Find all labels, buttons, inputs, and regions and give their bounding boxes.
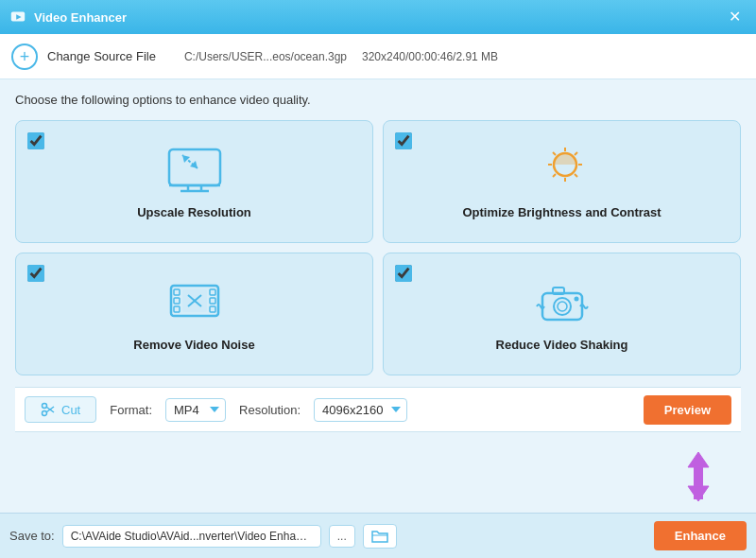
main-content: Choose the following options to enhance … xyxy=(0,79,756,445)
shaking-label: Reduce Video Shaking xyxy=(496,338,628,352)
shaking-icon xyxy=(529,274,595,326)
folder-icon xyxy=(371,529,388,544)
source-bar: + Change Source File C:/Users/USER...eos… xyxy=(0,34,756,79)
app-title: Video Enhancer xyxy=(34,10,127,25)
scissors-icon xyxy=(41,402,56,417)
svg-rect-39 xyxy=(694,467,703,484)
svg-marker-9 xyxy=(190,161,198,168)
cut-label: Cut xyxy=(61,403,80,417)
svg-point-31 xyxy=(558,302,567,311)
noise-icon xyxy=(162,274,228,326)
brightness-icon xyxy=(529,142,595,194)
upscale-icon xyxy=(162,142,228,194)
brightness-label: Optimize Brightness and Contrast xyxy=(462,205,661,219)
file-info: C:/Users/USER...eos/ocean.3gp 320x240/00… xyxy=(184,50,498,63)
add-source-button[interactable]: + xyxy=(11,44,38,70)
cards-grid: Upscale Resolution xyxy=(15,120,741,375)
svg-point-34 xyxy=(43,404,47,409)
enhance-button[interactable]: Enhance xyxy=(654,521,747,550)
open-folder-button[interactable] xyxy=(363,524,397,549)
resolution-label: Resolution: xyxy=(239,403,301,417)
change-source-label: Change Source File xyxy=(47,49,156,63)
card-noise: Remove Video Noise xyxy=(15,253,373,375)
title-bar-left: Video Enhancer xyxy=(9,9,127,26)
svg-rect-21 xyxy=(174,298,180,304)
checkbox-noise[interactable] xyxy=(27,265,44,282)
checkbox-shaking[interactable] xyxy=(395,265,412,282)
svg-line-16 xyxy=(575,174,577,177)
arrow-area xyxy=(0,445,756,502)
format-select[interactable]: MP4 MKV AVI MOV xyxy=(165,398,226,422)
svg-rect-20 xyxy=(174,289,180,295)
svg-point-35 xyxy=(43,411,47,416)
save-bar: Save to: C:\AVAide Studio\AVAid...nverte… xyxy=(0,513,756,558)
svg-line-15 xyxy=(553,152,556,155)
close-button[interactable]: ✕ xyxy=(723,8,747,26)
card-brightness: Optimize Brightness and Contrast xyxy=(383,120,741,243)
svg-rect-25 xyxy=(210,306,215,312)
instructions-text: Choose the following options to enhance … xyxy=(15,93,741,107)
checkbox-upscale[interactable] xyxy=(27,132,44,149)
svg-marker-38 xyxy=(688,452,709,467)
svg-point-33 xyxy=(574,297,578,302)
preview-button[interactable]: Preview xyxy=(644,395,731,425)
svg-rect-23 xyxy=(210,289,215,295)
toolbar: Cut Format: MP4 MKV AVI MOV Resolution: … xyxy=(15,387,741,432)
resolution-select[interactable]: 4096x2160 1920x1080 1280x720 640x480 xyxy=(314,398,407,422)
svg-line-18 xyxy=(553,174,556,177)
card-upscale: Upscale Resolution xyxy=(15,120,373,243)
upscale-label: Upscale Resolution xyxy=(137,205,251,219)
checkbox-brightness[interactable] xyxy=(395,132,412,149)
svg-point-30 xyxy=(554,298,571,315)
title-bar: Video Enhancer ✕ xyxy=(0,0,756,34)
card-shaking: Reduce Video Shaking xyxy=(383,253,741,375)
arrow-indicator xyxy=(675,450,722,502)
browse-dots-button[interactable]: ... xyxy=(329,525,355,548)
format-label: Format: xyxy=(110,403,152,417)
file-path: C:/Users/USER...eos/ocean.3gp xyxy=(184,50,347,63)
svg-line-17 xyxy=(575,152,577,155)
save-path-field: C:\AVAide Studio\AVAid...nverter\Video E… xyxy=(62,525,321,548)
save-label-text: Save to: xyxy=(9,529,55,543)
file-meta: 320x240/00:00:46/2.91 MB xyxy=(362,50,498,63)
svg-marker-41 xyxy=(688,486,709,501)
noise-label: Remove Video Noise xyxy=(133,338,254,352)
cut-button[interactable]: Cut xyxy=(25,396,96,423)
plus-icon: + xyxy=(20,48,30,65)
svg-rect-24 xyxy=(210,298,215,304)
svg-rect-22 xyxy=(174,306,180,312)
app-icon xyxy=(9,9,26,26)
